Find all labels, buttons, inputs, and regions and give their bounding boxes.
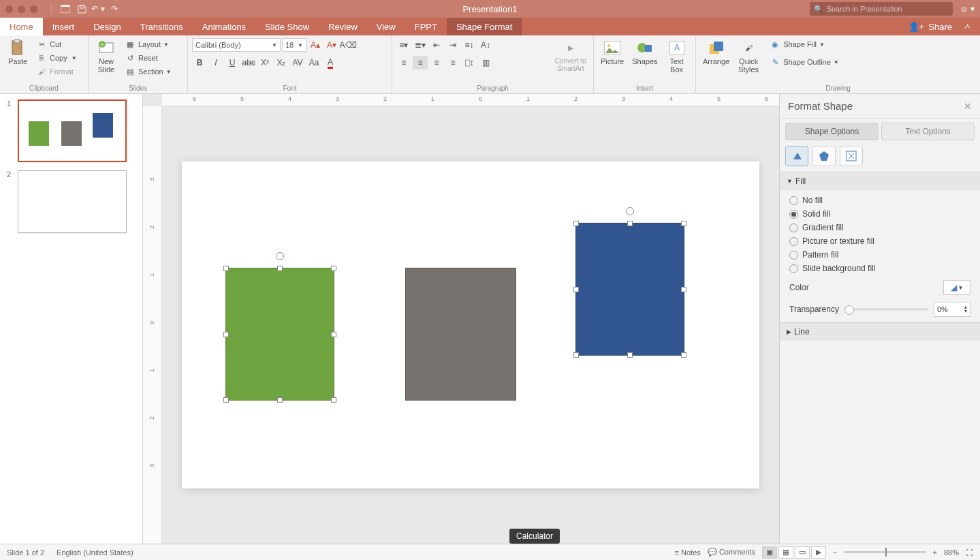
radio-slidebg-fill[interactable]: Slide background fill [789, 264, 970, 273]
font-color-button[interactable]: A [323, 56, 338, 69]
columns-button[interactable]: ▥ [478, 56, 493, 69]
normal-view-icon[interactable]: ▣ [762, 546, 777, 559]
bucket-icon: ◢ [951, 283, 957, 292]
align-text-button[interactable]: ⎕↕ [462, 56, 477, 69]
share-button[interactable]: 👤+Shareㅅ [900, 18, 980, 35]
shapes-button[interactable]: Shapes [629, 38, 660, 67]
zoom-slider[interactable] [844, 551, 926, 553]
tab-shape-format[interactable]: Shape Format [447, 18, 522, 35]
slide-canvas[interactable] [182, 161, 759, 488]
shape-outline-button[interactable]: ✎Shape Outline▼ [768, 56, 841, 68]
tab-slideshow[interactable]: Slide Show [255, 18, 319, 35]
save-icon[interactable] [75, 3, 89, 15]
language-label[interactable]: English (United States) [57, 548, 133, 557]
bold-button[interactable]: B [192, 56, 207, 69]
reset-icon: ↺ [125, 52, 136, 63]
redo-icon[interactable]: ↷ [108, 3, 121, 15]
transparency-slider[interactable] [844, 308, 928, 311]
arrange-button[interactable]: Arrange [700, 38, 732, 67]
new-slide-button[interactable]: + New Slide [93, 38, 120, 75]
clear-format-icon[interactable]: A⌫ [341, 38, 355, 52]
increase-font-icon[interactable]: A▴ [308, 38, 323, 52]
transparency-spinner[interactable]: 0%▴▾ [934, 302, 970, 317]
reading-view-icon[interactable]: ▭ [795, 546, 810, 559]
size-tab-icon[interactable] [840, 146, 863, 166]
tab-design[interactable]: Design [84, 18, 130, 35]
undo-icon[interactable]: ↶ ▾ [91, 3, 105, 15]
search-input[interactable]: 🔍 Search in Presentation [810, 2, 953, 16]
zoom-level[interactable]: 88% [944, 548, 959, 557]
notes-button[interactable]: ≡ Notes [675, 548, 701, 557]
tab-fppt[interactable]: FPPT [405, 18, 447, 35]
effects-tab-icon[interactable] [812, 146, 836, 166]
tab-home[interactable]: Home [0, 18, 43, 35]
tab-insert[interactable]: Insert [43, 18, 84, 35]
comments-button[interactable]: 💬 Comments [708, 548, 755, 557]
tab-review[interactable]: Review [319, 18, 367, 35]
radio-no-fill[interactable]: No fill [789, 196, 970, 205]
user-icon[interactable]: ☺ ▾ [960, 4, 975, 14]
tab-shape-options[interactable]: Shape Options [785, 123, 879, 140]
shape-rectangle-blue[interactable] [575, 223, 684, 356]
text-direction-button[interactable]: A↕ [478, 38, 493, 52]
indent-button[interactable]: ⇥ [445, 38, 460, 52]
numbering-button[interactable]: ≣▾ [413, 38, 428, 52]
quick-styles-button[interactable]: 🖌Quick Styles [735, 38, 762, 75]
shape-rectangle-gray[interactable] [405, 268, 516, 401]
tab-animations[interactable]: Animations [193, 18, 255, 35]
outdent-button[interactable]: ⇤ [429, 38, 444, 52]
reset-button[interactable]: ↺Reset [123, 52, 174, 64]
tab-transitions[interactable]: Transitions [131, 18, 193, 35]
underline-button[interactable]: U [225, 56, 240, 69]
justify-button[interactable]: ≡ [445, 56, 460, 69]
radio-solid-fill[interactable]: Solid fill [789, 209, 970, 219]
slideshow-view-icon[interactable]: ▶ [811, 546, 826, 559]
subscript-button[interactable]: X₂ [274, 56, 289, 69]
bucket-icon: ◉ [770, 39, 780, 50]
paste-button[interactable]: Paste [4, 38, 31, 67]
shape-fill-button[interactable]: ◉Shape Fill▼ [768, 38, 841, 50]
shape-rectangle-green[interactable] [225, 268, 334, 401]
decrease-font-icon[interactable]: A▾ [324, 38, 339, 52]
rotation-handle-icon[interactable] [626, 207, 634, 215]
zoom-out-button[interactable]: − [833, 548, 837, 557]
layout-button[interactable]: ▦Layout▼ [123, 38, 174, 50]
tab-text-options[interactable]: Text Options [881, 123, 975, 140]
ribbon-toggle-icon[interactable] [59, 3, 72, 15]
radio-pattern-fill[interactable]: Pattern fill [789, 250, 970, 260]
rotation-handle-icon[interactable] [276, 252, 284, 260]
fill-line-tab-icon[interactable] [785, 146, 808, 166]
tab-view[interactable]: View [367, 18, 405, 35]
font-family-select[interactable]: Calibri (Body)▼ [192, 38, 281, 52]
radio-picture-fill[interactable]: Picture or texture fill [789, 236, 970, 246]
line-spacing-button[interactable]: ≡↕ [462, 38, 477, 52]
convert-smartart-button[interactable]: ▶ Convert to SmartArt [552, 38, 589, 74]
format-painter-button[interactable]: 🖌Format [34, 65, 79, 78]
italic-button[interactable]: I [208, 56, 223, 69]
sorter-view-icon[interactable]: ▦ [778, 546, 793, 559]
strike-button[interactable]: abc [241, 56, 256, 69]
textbox-button[interactable]: AText Box [663, 38, 691, 75]
section-button[interactable]: ▤Section▼ [123, 65, 174, 78]
align-right-button[interactable]: ≡ [429, 56, 444, 69]
align-left-button[interactable]: ≡ [396, 56, 411, 69]
thumbnail-slide-1[interactable] [18, 99, 127, 162]
cut-button[interactable]: ✂Cut [34, 38, 79, 50]
superscript-button[interactable]: X² [257, 56, 272, 69]
fit-to-window-icon[interactable]: ⛶ [966, 548, 973, 557]
fill-section-header[interactable]: ▼Fill [780, 172, 980, 190]
thumbnail-slide-2[interactable] [18, 170, 127, 233]
close-icon[interactable]: ✕ [964, 101, 972, 112]
align-center-button[interactable]: ≡ [413, 56, 428, 69]
radio-gradient-fill[interactable]: Gradient fill [789, 223, 970, 232]
zoom-in-button[interactable]: + [933, 548, 937, 557]
char-spacing-button[interactable]: AV [290, 56, 305, 69]
window-controls[interactable] [5, 5, 37, 13]
line-section-header[interactable]: ▶Line [780, 323, 980, 341]
copy-button[interactable]: ⎘Copy▼ [34, 52, 79, 64]
color-picker-button[interactable]: ◢▼ [943, 280, 970, 295]
bullets-button[interactable]: ≡▾ [396, 38, 411, 52]
font-size-select[interactable]: 18▼ [282, 38, 306, 52]
change-case-button[interactable]: Aa [306, 56, 321, 69]
picture-button[interactable]: Picture [598, 38, 627, 67]
